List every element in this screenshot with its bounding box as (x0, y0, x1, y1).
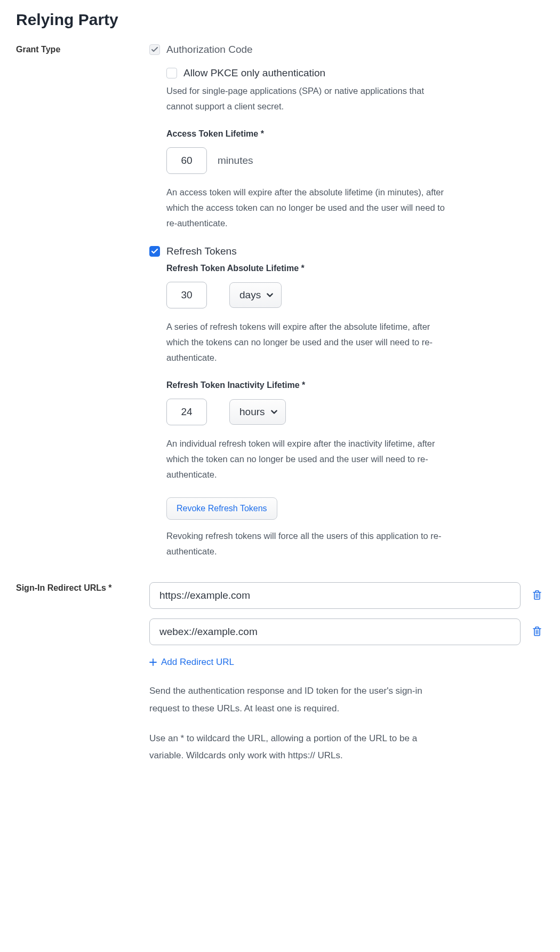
refresh-inactivity-unit-text: hours (239, 406, 265, 418)
refresh-absolute-unit-select[interactable]: days (229, 282, 282, 308)
redirect-urls-label: Sign-In Redirect URLs * (16, 582, 149, 593)
redirect-urls-section: Sign-In Redirect URLs * Add Redirect URL… (16, 582, 544, 777)
auth-code-row: Authorization Code (149, 44, 448, 55)
grant-type-label: Grant Type (16, 44, 149, 54)
add-redirect-url-label: Add Redirect URL (161, 657, 234, 668)
refresh-inactivity-unit-select[interactable]: hours (229, 399, 286, 425)
refresh-tokens-checkbox[interactable] (149, 246, 160, 257)
redirect-url-input-1[interactable] (149, 618, 521, 645)
redirect-help-2: Use an * to wildcard the URL, allowing a… (149, 730, 427, 765)
access-token-unit: minutes (218, 155, 253, 166)
check-icon (151, 47, 158, 52)
access-token-help: An access token will expire after the ab… (166, 185, 448, 231)
revoke-help: Revoking refresh tokens will force all t… (166, 528, 448, 559)
redirect-url-input-0[interactable] (149, 582, 521, 609)
delete-redirect-url-button[interactable] (530, 588, 544, 604)
refresh-absolute-input[interactable] (166, 282, 207, 308)
delete-redirect-url-button[interactable] (530, 624, 544, 640)
access-token-lifetime-input[interactable] (166, 147, 207, 174)
pkce-help: Used for single-page applications (SPA) … (166, 83, 448, 114)
revoke-refresh-tokens-button[interactable]: Revoke Refresh Tokens (166, 497, 277, 520)
redirect-url-row (149, 582, 544, 609)
refresh-inactivity-help: An individual refresh token will expire … (166, 436, 448, 482)
check-icon (151, 249, 158, 254)
pkce-label: Allow PKCE only authentication (183, 67, 325, 79)
access-token-lifetime-label: Access Token Lifetime * (166, 129, 448, 139)
pkce-checkbox[interactable] (166, 68, 177, 78)
add-redirect-url-button[interactable]: Add Redirect URL (149, 657, 234, 668)
refresh-absolute-help: A series of refresh tokens will expire a… (166, 319, 448, 366)
chevron-down-icon (266, 291, 274, 299)
chevron-down-icon (270, 408, 278, 416)
plus-icon (149, 659, 157, 666)
refresh-inactivity-label: Refresh Token Inactivity Lifetime * (166, 380, 448, 390)
refresh-tokens-label: Refresh Tokens (166, 245, 237, 257)
auth-code-label: Authorization Code (166, 44, 253, 55)
trash-icon (532, 590, 542, 600)
refresh-inactivity-input[interactable] (166, 399, 207, 425)
grant-type-section: Grant Type Authorization Code Allow PKCE… (16, 44, 544, 559)
refresh-tokens-row: Refresh Tokens (149, 245, 448, 257)
redirect-help-1: Send the authentication response and ID … (149, 683, 427, 717)
refresh-absolute-unit-text: days (239, 289, 261, 301)
redirect-url-row (149, 618, 544, 645)
pkce-row: Allow PKCE only authentication (166, 67, 448, 79)
auth-code-checkbox[interactable] (149, 44, 160, 55)
page-title: Relying Party (16, 11, 544, 29)
trash-icon (532, 626, 542, 637)
refresh-absolute-label: Refresh Token Absolute Lifetime * (166, 264, 448, 273)
